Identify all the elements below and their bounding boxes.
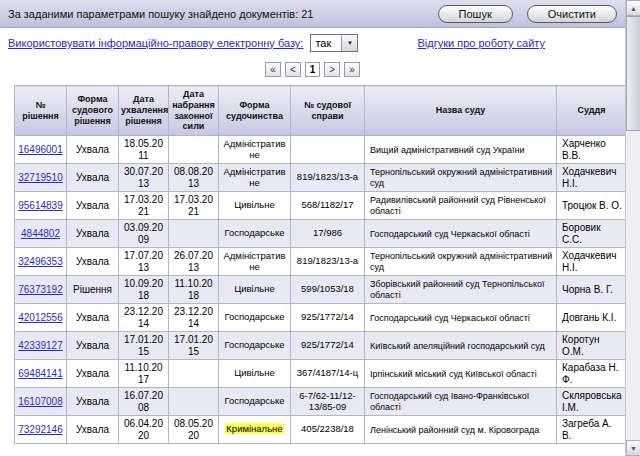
cell-number: 76373192: [15, 276, 67, 304]
cell-proceeding: Цивільне: [219, 360, 291, 388]
document-link[interactable]: 95614839: [18, 200, 63, 211]
cell-date_force: 17.01.2015: [169, 332, 219, 360]
legal-base-group: Використовувати інформаційно-правову еле…: [8, 34, 358, 52]
document-link[interactable]: 16496001: [18, 144, 63, 155]
cell-date_decision: 17.01.2015: [119, 332, 169, 360]
cell-date_decision: 17.07.2013: [119, 248, 169, 276]
cell-form: Ухвала: [67, 304, 119, 332]
pagination-prev-button[interactable]: <: [285, 62, 301, 77]
cell-court: Радивилівський районний суд Рівненської …: [365, 192, 557, 220]
pagination-last-button[interactable]: »: [344, 62, 360, 77]
cell-form: Ухвала: [67, 192, 119, 220]
table-row: 69484141Ухвала11.10.2017Цивільне367/4187…: [15, 360, 627, 388]
cell-date_decision: 17.03.2021: [119, 192, 169, 220]
column-header: Назва суду: [365, 86, 557, 136]
cell-court: Тернопільський окружний адміністративний…: [365, 164, 557, 192]
clear-button[interactable]: Очистити: [527, 5, 617, 23]
vertical-scrollbar[interactable]: ▲ ▼: [625, 0, 640, 456]
document-link[interactable]: 16107008: [18, 396, 63, 407]
cell-judge: Боровик С.С.: [557, 220, 627, 248]
cell-case_number: 819/1823/13-а: [291, 248, 365, 276]
search-button[interactable]: Пошук: [438, 5, 513, 23]
table-row: 32719510Ухвала30.07.201308.08.2013Адміні…: [15, 164, 627, 192]
cell-judge: Скляровська І.М.: [557, 388, 627, 416]
table-row: 32496353Ухвала17.07.201326.07.2013Адміні…: [15, 248, 627, 276]
cell-form: Рішення: [67, 276, 119, 304]
topbar-buttons: Пошук Очистити: [424, 5, 617, 23]
cell-proceeding: Господарське: [219, 332, 291, 360]
document-link[interactable]: 32496353: [18, 256, 63, 267]
cell-proceeding: Адміністративне: [219, 248, 291, 276]
legal-base-link[interactable]: Використовувати інформаційно-правову еле…: [8, 37, 303, 49]
cell-judge: Карабаза Н. Ф.: [557, 360, 627, 388]
cell-judge: Чорна В. Г.: [557, 276, 627, 304]
cell-case_number: 568/1182/17: [291, 192, 365, 220]
table-row: 42339127Ухвала17.01.201517.01.2015Господ…: [15, 332, 627, 360]
results-table-body: 16496001Ухвала18.05.2011АдміністративнеВ…: [15, 136, 627, 444]
pagination-first-button[interactable]: «: [265, 62, 281, 77]
document-link[interactable]: 42012556: [18, 312, 63, 323]
cell-proceeding: Адміністративне: [219, 164, 291, 192]
column-header: Форма судового рішення: [67, 86, 119, 136]
cell-case_number: 599/1053/18: [291, 276, 365, 304]
cell-judge: Загреба А. В.: [557, 416, 627, 444]
cell-date_decision: 16.07.2008: [119, 388, 169, 416]
cell-case_number: 367/4187/14-ц: [291, 360, 365, 388]
cell-number: 4844802: [15, 220, 67, 248]
cell-date_force: [169, 220, 219, 248]
column-header: Суддя: [557, 86, 627, 136]
table-row: 73292146Ухвала06.04.202008.05.2020Кримін…: [15, 416, 627, 444]
scroll-down-icon[interactable]: ▼: [626, 440, 640, 456]
cell-date_force: 17.03.2021: [169, 192, 219, 220]
cell-court: Господарський суд Черкаської області: [365, 304, 557, 332]
cell-number: 73292146: [15, 416, 67, 444]
cell-date_force: 11.10.2018: [169, 276, 219, 304]
cell-number: 16496001: [15, 136, 67, 164]
cell-court: Київський апеляційний господарський суд: [365, 332, 557, 360]
cell-judge: Ходачкевич Н.І.: [557, 164, 627, 192]
cell-case_number: 925/1772/14: [291, 304, 365, 332]
cell-court: Ірпінський міський суд Київської області: [365, 360, 557, 388]
cell-judge: Ходачкевич Н.І.: [557, 248, 627, 276]
cell-number: 32719510: [15, 164, 67, 192]
table-row: 95614839Ухвала17.03.202117.03.2021Цивіль…: [15, 192, 627, 220]
document-link[interactable]: 73292146: [18, 424, 63, 435]
results-count-text: За заданими параметрами пошуку знайдено …: [8, 8, 314, 20]
cell-court: Зборівський районний суд Тернопільської …: [365, 276, 557, 304]
cell-number: 95614839: [15, 192, 67, 220]
pagination-page-1[interactable]: 1: [305, 62, 321, 77]
cell-court: Господарський суд Черкаської області: [365, 220, 557, 248]
legal-base-select[interactable]: так ▼: [310, 34, 358, 52]
document-link[interactable]: 69484141: [18, 368, 63, 379]
cell-judge: Коротун О.М.: [557, 332, 627, 360]
column-header: Дата набрання законної сили: [169, 86, 219, 136]
feedback-link[interactable]: Відгуки про роботу сайту: [417, 37, 545, 49]
cell-number: 42339127: [15, 332, 67, 360]
document-link[interactable]: 4844802: [21, 228, 60, 239]
cell-date_force: [169, 360, 219, 388]
cell-judge: Довгань К.І.: [557, 304, 627, 332]
document-link[interactable]: 42339127: [18, 340, 63, 351]
highlighted-search-term: Кримінальне: [225, 423, 283, 434]
pagination-next-button[interactable]: >: [324, 62, 340, 77]
cell-case_number: [291, 136, 365, 164]
cell-date_force: 08.05.2020: [169, 416, 219, 444]
table-row: 42012556Ухвала23.12.201423.12.2014Господ…: [15, 304, 627, 332]
cell-form: Ухвала: [67, 388, 119, 416]
cell-form: Ухвала: [67, 220, 119, 248]
cell-case_number: 405/2238/18: [291, 416, 365, 444]
scrollbar-thumb[interactable]: [626, 16, 640, 131]
cell-proceeding: Господарське: [219, 388, 291, 416]
cell-proceeding: Цивільне: [219, 192, 291, 220]
column-header: № рішення: [15, 86, 67, 136]
chevron-down-icon: ▼: [341, 35, 357, 51]
cell-number: 32496353: [15, 248, 67, 276]
cell-proceeding: Адміністративне: [219, 136, 291, 164]
cell-court: Ленінський районний суд м. Кіровограда: [365, 416, 557, 444]
document-link[interactable]: 32719510: [18, 172, 63, 183]
cell-court: Господарський суд Івано-Франківської обл…: [365, 388, 557, 416]
cell-case_number: 925/1772/14: [291, 332, 365, 360]
scroll-up-icon[interactable]: ▲: [626, 0, 640, 16]
document-link[interactable]: 76373192: [18, 284, 63, 295]
cell-date_decision: 03.09.2009: [119, 220, 169, 248]
